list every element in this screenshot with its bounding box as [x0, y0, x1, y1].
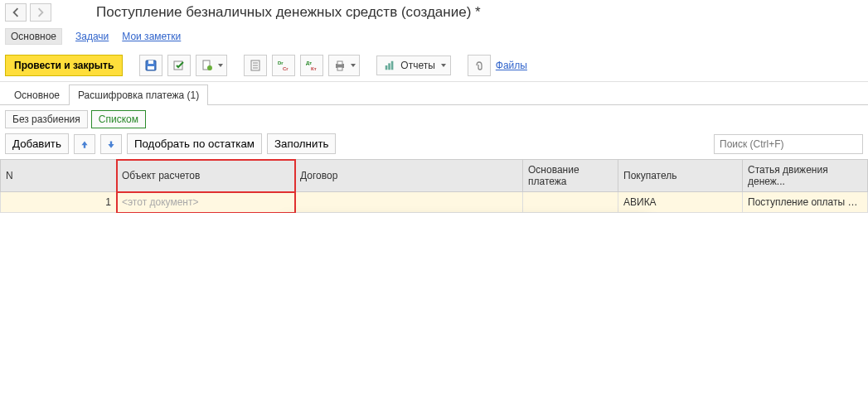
nav-back-button[interactable] — [5, 3, 27, 22]
reports-button[interactable]: Отчеты — [376, 56, 450, 75]
cell-pok[interactable]: АВИКА — [618, 192, 743, 213]
dtkt2-button[interactable]: ДтКт — [300, 55, 323, 76]
files-link[interactable]: Файлы — [496, 60, 527, 71]
page-title: Поступление безналичных денежных средств… — [96, 4, 481, 21]
svg-rect-19 — [391, 61, 394, 70]
sub-tabs: Основное Расшифровка платежа (1) — [0, 84, 868, 105]
svg-rect-17 — [386, 65, 388, 70]
svg-rect-2 — [148, 66, 154, 70]
svg-rect-3 — [174, 61, 182, 70]
nav-forward-button[interactable] — [30, 3, 51, 22]
nav-links: Основное Задачи Мои заметки — [0, 25, 868, 50]
tab-main[interactable]: Основное — [5, 84, 69, 105]
svg-rect-16 — [337, 67, 342, 70]
tab-detail[interactable]: Расшифровка платежа (1) — [69, 84, 208, 105]
post-and-close-button[interactable]: Провести и закрыть — [5, 55, 123, 76]
arrow-right-icon — [36, 7, 46, 17]
move-down-button[interactable] — [100, 134, 122, 154]
structure-button[interactable] — [244, 55, 267, 76]
save-button[interactable] — [139, 55, 162, 76]
cell-osn[interactable] — [523, 192, 618, 213]
document-icon — [201, 59, 214, 72]
th-stat[interactable]: Статья движения денеж... — [743, 160, 868, 192]
th-n[interactable]: N — [1, 160, 117, 192]
svg-text:Dr: Dr — [278, 60, 284, 65]
cell-obj-text: <этот документ> — [122, 196, 198, 208]
save-icon — [144, 59, 158, 72]
clip-icon — [473, 59, 486, 72]
arrow-left-icon — [11, 7, 21, 17]
mode-no-split[interactable]: Без разбиения — [5, 110, 88, 128]
svg-text:Дт: Дт — [306, 60, 312, 65]
mode-row: Без разбиения Списком — [0, 105, 868, 133]
print-icon — [333, 59, 347, 72]
create-based-on-button[interactable] — [196, 55, 227, 76]
dtkt-icon: ДтКт — [305, 59, 318, 72]
pick-button[interactable]: Подобрать по остаткам — [127, 133, 262, 154]
search-input[interactable] — [714, 134, 863, 154]
nav-link-tasks[interactable]: Задачи — [75, 31, 109, 42]
cell-stat[interactable]: Поступление оплаты от к... — [743, 192, 868, 213]
svg-point-5 — [207, 65, 212, 70]
payment-table: N Объект расчетов Договор Основание плат… — [0, 159, 868, 213]
fill-button[interactable]: Заполнить — [267, 133, 336, 154]
nav-link-notes[interactable]: Мои заметки — [122, 31, 181, 42]
dtkt-button[interactable]: DrCr — [272, 55, 295, 76]
nav-link-main[interactable]: Основное — [5, 28, 62, 45]
svg-rect-18 — [389, 63, 391, 70]
move-up-button[interactable] — [74, 134, 95, 154]
print-button[interactable] — [328, 55, 360, 76]
chart-icon — [384, 60, 395, 71]
th-osn[interactable]: Основание платежа — [523, 160, 618, 192]
action-row: Добавить Подобрать по остаткам Заполнить — [0, 133, 868, 159]
th-pok[interactable]: Покупатель — [618, 160, 743, 192]
main-toolbar: Провести и закрыть DrCr ДтКт Отчеты Файл… — [0, 50, 868, 82]
post-button[interactable] — [167, 55, 191, 76]
cell-dog[interactable] — [295, 192, 523, 213]
table-header-row: N Объект расчетов Договор Основание плат… — [1, 160, 868, 192]
svg-text:Кт: Кт — [311, 66, 317, 71]
drcr-icon: DrCr — [277, 59, 290, 72]
attach-button[interactable] — [468, 55, 491, 76]
svg-text:Cr: Cr — [283, 66, 289, 71]
mode-list[interactable]: Списком — [91, 110, 146, 128]
reports-label: Отчеты — [400, 60, 434, 71]
svg-rect-1 — [148, 60, 153, 64]
th-obj[interactable]: Объект расчетов — [117, 160, 295, 192]
arrow-down-icon — [106, 139, 116, 149]
cell-obj[interactable]: <этот документ> — [117, 192, 295, 213]
structure-icon — [249, 59, 262, 72]
arrow-up-icon — [80, 139, 90, 149]
add-button[interactable]: Добавить — [5, 133, 69, 154]
svg-rect-15 — [337, 61, 342, 65]
th-dog[interactable]: Договор — [295, 160, 523, 192]
cell-n[interactable]: 1 — [1, 192, 117, 213]
post-icon — [172, 59, 186, 72]
table-row[interactable]: 1 <этот документ> АВИКА Поступление опла… — [1, 192, 868, 213]
